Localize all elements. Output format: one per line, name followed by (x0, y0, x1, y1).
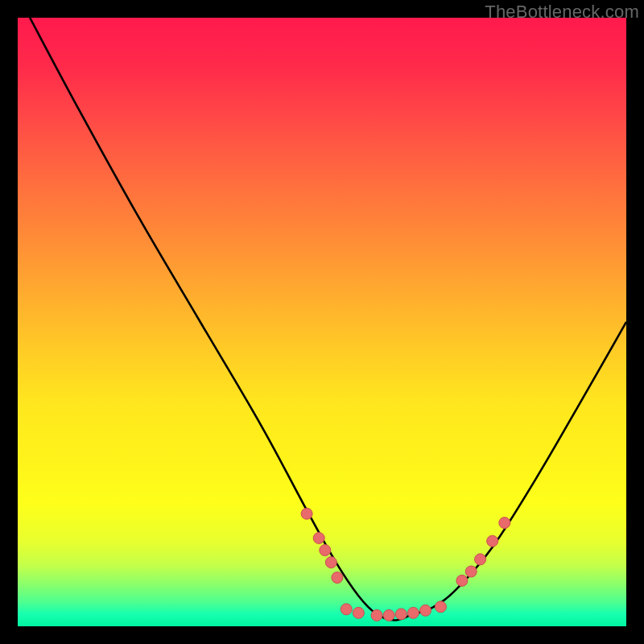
marker-point (395, 609, 407, 620)
marker-point (320, 545, 331, 556)
marker-point (353, 607, 364, 618)
watermark-text: TheBottleneck.com (485, 2, 639, 23)
marker-point (487, 535, 498, 547)
marker-point (301, 508, 312, 519)
markers (301, 508, 510, 621)
marker-point (456, 575, 468, 586)
marker-point (407, 607, 419, 618)
marker-point (475, 554, 486, 565)
marker-point (371, 609, 382, 621)
marker-point (420, 605, 431, 616)
marker-point (383, 609, 394, 621)
chart-svg (18, 18, 626, 626)
marker-point (332, 572, 343, 584)
marker-point (341, 604, 352, 615)
bottleneck-curve (30, 18, 626, 620)
marker-point (325, 557, 336, 568)
chart-frame (18, 18, 626, 626)
marker-point (313, 532, 324, 543)
marker-point (499, 517, 510, 528)
marker-point (465, 566, 477, 577)
marker-point (435, 601, 446, 613)
